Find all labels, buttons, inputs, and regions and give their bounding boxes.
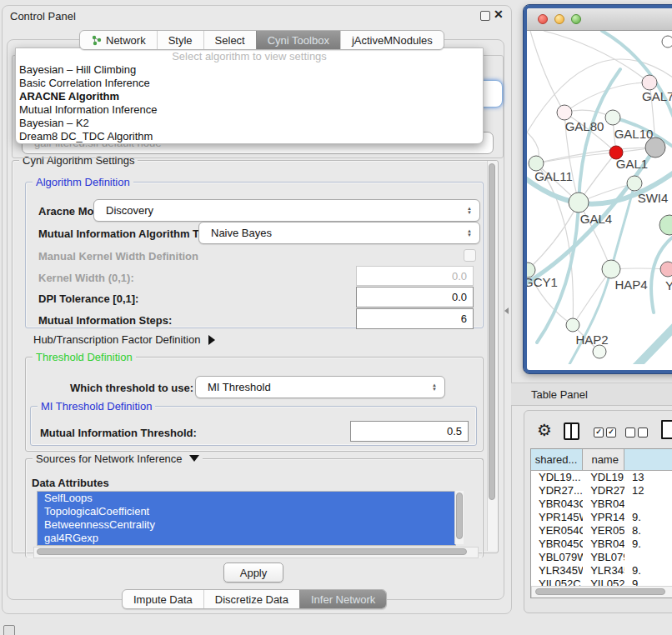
table-cell[interactable]: YLR345W [583, 564, 624, 578]
network-edge[interactable] [635, 321, 672, 364]
network-node[interactable] [645, 138, 665, 158]
minimize-traffic-light-icon[interactable] [554, 14, 564, 24]
data-attribute-item[interactable]: gal4RGexp [38, 532, 455, 545]
table-cell[interactable]: 9. [624, 578, 672, 586]
table-cell[interactable]: YBR043C [531, 498, 583, 511]
table-row[interactable]: YDL19...YDL19...13 [531, 471, 672, 484]
tab-infer-network[interactable]: Infer Network [299, 590, 386, 608]
attributes-hscrollbar-thumb[interactable] [37, 548, 467, 555]
table-cell[interactable]: YBL079W [583, 551, 624, 564]
mi-steps-input[interactable]: 6 [356, 308, 474, 329]
table-cell[interactable]: 12 [624, 484, 672, 498]
table-cell[interactable]: YDL19... [531, 471, 583, 484]
table-row[interactable]: YBR045CYBR045C9. [531, 538, 672, 551]
table-row[interactable]: YBR043CYBR043C [531, 498, 672, 511]
table-cell[interactable]: YBL079W [531, 551, 583, 564]
data-attribute-item[interactable]: SelfLoops [38, 492, 455, 505]
network-window-titlebar[interactable] [527, 8, 672, 31]
table-cell[interactable]: 9. [624, 511, 672, 524]
settings-scrollbar-thumb[interactable] [489, 163, 495, 500]
column-header[interactable]: name [583, 449, 624, 471]
kernel-width-input[interactable]: 0.0 [356, 266, 474, 286]
minimized-panel-icon[interactable] [3, 625, 15, 635]
table-cell[interactable]: YBR045C [531, 538, 583, 551]
table-cell[interactable]: YER054C [531, 524, 583, 538]
mi-threshold-input[interactable]: 0.5 [350, 421, 469, 442]
table-row[interactable]: YPR145WYPR145W9. [531, 511, 672, 524]
tab-select[interactable]: Select [203, 31, 256, 49]
select-all-checkbox-icon[interactable]: ✓ [594, 428, 604, 438]
apply-button[interactable]: Apply [223, 562, 283, 582]
table-cell[interactable]: YLR345W [531, 564, 583, 578]
float-window-icon[interactable] [480, 11, 490, 21]
algorithm-option[interactable]: Bayesian – Hill Climbing [16, 63, 483, 77]
close-icon[interactable]: ✕ [494, 8, 504, 21]
column-header[interactable]: shared... [531, 449, 583, 471]
table-hscrollbar[interactable] [531, 586, 672, 598]
tab-jactivemnodules[interactable]: jActiveMNodules [340, 31, 444, 49]
sources-toggle[interactable]: Sources for Network Inference [33, 452, 203, 465]
network-node[interactable] [593, 345, 606, 358]
dpi-tolerance-input[interactable]: 0.0 [356, 287, 474, 308]
network-node-hap4[interactable] [602, 260, 620, 278]
columns-icon[interactable] [564, 422, 579, 440]
attributes-hscrollbar[interactable] [33, 547, 479, 558]
table-cell[interactable]: YER054C [583, 524, 624, 538]
network-edge[interactable] [536, 152, 616, 163]
table-row[interactable]: YIL052CYIL052C9. [531, 578, 672, 586]
hub-definition-toggle[interactable]: Hub/Transcription Factor Definition [33, 333, 215, 346]
tab-impute-data[interactable]: Impute Data [123, 590, 203, 608]
table-row[interactable]: YBL079WYBL079W [531, 551, 672, 564]
zoom-traffic-light-icon[interactable] [571, 14, 581, 24]
table-cell[interactable]: YDR27... [583, 484, 624, 498]
data-attribute-item[interactable]: BetweennessCentrality [38, 518, 455, 532]
table-row[interactable]: YDR27...YDR27...12 [531, 484, 672, 498]
algorithm-option[interactable]: ARACNE Algorithm [16, 90, 483, 103]
tab-network[interactable]: Network [80, 31, 157, 49]
select-all-checkbox-icon[interactable]: ✓ [606, 428, 616, 438]
table-cell[interactable]: 13 [624, 471, 672, 484]
network-node-y[interactable] [660, 262, 672, 277]
network-edge[interactable] [602, 31, 672, 122]
network-node-swi4[interactable] [627, 176, 642, 191]
import-table-icon[interactable] [661, 420, 672, 439]
column-header[interactable] [624, 449, 672, 471]
clear-all-checkbox-icon[interactable] [625, 428, 635, 438]
data-attribute-item[interactable]: TopologicalCoefficient [38, 505, 455, 518]
table-cell[interactable] [624, 551, 672, 564]
table-cell[interactable]: YDR27... [531, 484, 583, 498]
data-attributes-list[interactable]: SelfLoopsTopologicalCoefficientBetweenne… [37, 491, 456, 546]
table-cell[interactable]: 8. [624, 524, 672, 538]
gear-icon[interactable]: ⚙ [537, 420, 552, 440]
network-edge[interactable] [573, 269, 611, 325]
manual-kernel-width-checkbox[interactable] [464, 249, 476, 262]
table-cell[interactable] [624, 498, 672, 511]
network-edge[interactable] [530, 31, 564, 112]
network-canvas[interactable]: GAL7GAL80GAL10GAL1GAL11SWI4GAL4GCY1HAP4Y… [527, 31, 672, 364]
algorithm-option[interactable]: Dream8 DC_TDC Algorithm [16, 130, 483, 143]
aracne-mode-combo[interactable]: Discovery ▲▼ [93, 199, 480, 222]
network-node-gal4[interactable] [569, 192, 589, 212]
table-hscrollbar-thumb[interactable] [535, 588, 665, 595]
table-cell[interactable]: 9. [624, 538, 672, 551]
algorithm-option[interactable]: Bayesian – K2 [16, 117, 483, 130]
attributes-vscrollbar-thumb[interactable] [456, 492, 463, 539]
table-cell[interactable]: YIL052C [583, 578, 624, 586]
clear-all-checkbox-icon[interactable] [638, 428, 648, 438]
network-view-window[interactable]: GAL7GAL80GAL10GAL1GAL11SWI4GAL4GCY1HAP4Y… [524, 5, 672, 373]
table-row[interactable]: YLR345WYLR345W9. [531, 564, 672, 578]
tab-cyni-toolbox[interactable]: Cyni Toolbox [256, 31, 340, 49]
network-node[interactable] [662, 36, 672, 48]
close-traffic-light-icon[interactable] [538, 14, 548, 24]
network-node-hap2[interactable] [566, 318, 579, 332]
network-node[interactable] [659, 215, 672, 235]
mi-algorithm-type-combo[interactable]: Naive Bayes ▲▼ [198, 222, 480, 244]
algorithm-option[interactable]: Basic Correlation Inference [16, 77, 483, 90]
table-cell[interactable]: YDL19... [583, 471, 624, 484]
table-cell[interactable]: YIL052C [531, 578, 583, 586]
network-node-gal7[interactable] [642, 75, 657, 90]
splitter-collapse-icon[interactable] [504, 308, 509, 314]
table-cell[interactable]: YPR145W [583, 511, 624, 524]
table-cell[interactable]: YBR045C [583, 538, 624, 551]
attributes-vscrollbar[interactable] [454, 491, 464, 544]
